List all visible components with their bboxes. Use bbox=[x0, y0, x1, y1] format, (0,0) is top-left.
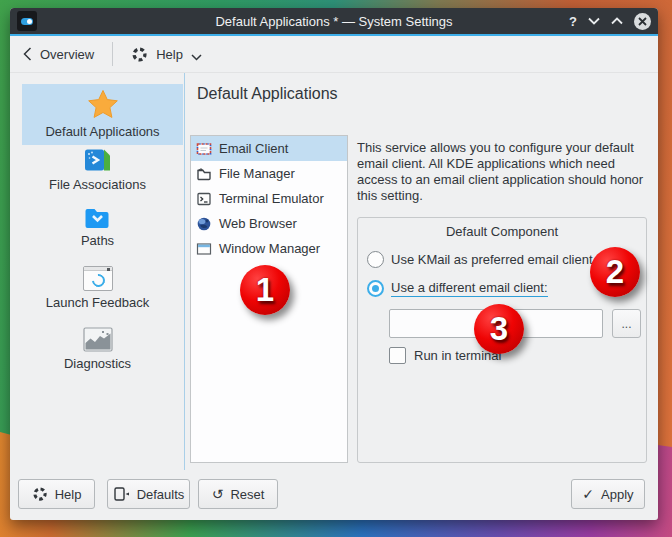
close-button[interactable] bbox=[634, 13, 651, 30]
minimize-button[interactable] bbox=[588, 17, 600, 25]
sidebar-item-label: File Associations bbox=[49, 177, 146, 192]
launch-feedback-icon bbox=[83, 266, 113, 291]
list-item-terminal-emulator[interactable]: Terminal Emulator bbox=[191, 186, 347, 211]
sidebar-item-label: Default Applications bbox=[45, 124, 159, 139]
overview-back-button[interactable]: Overview bbox=[23, 47, 94, 62]
help-button[interactable]: Help bbox=[18, 479, 95, 509]
annotation-badge-3: 3 bbox=[474, 304, 524, 354]
list-item-label: Email Client bbox=[219, 141, 288, 156]
list-item-email-client[interactable]: Email Client bbox=[191, 136, 347, 161]
toolbar-help-button[interactable]: Help bbox=[131, 46, 202, 63]
overview-label: Overview bbox=[40, 47, 94, 62]
help-label: Help bbox=[156, 47, 183, 62]
content-area: Default Applications File Associations bbox=[10, 73, 658, 470]
radio-kmail[interactable] bbox=[367, 251, 384, 268]
terminal-icon bbox=[196, 191, 212, 207]
system-settings-app-icon bbox=[17, 11, 37, 31]
file-associations-icon bbox=[84, 147, 111, 173]
help-button-label: Help bbox=[55, 487, 82, 502]
check-icon: ✓ bbox=[582, 487, 594, 501]
chevron-left-icon bbox=[23, 47, 32, 61]
email-icon bbox=[196, 141, 212, 157]
toolbar: Overview Help bbox=[10, 36, 658, 73]
sidebar-item-paths[interactable]: Paths bbox=[22, 206, 173, 248]
maximize-button[interactable] bbox=[611, 17, 623, 25]
titlebar-help-button[interactable]: ? bbox=[569, 15, 577, 28]
radio-row-different-client[interactable]: Use a different email client: bbox=[367, 280, 548, 297]
page-title: Default Applications bbox=[197, 85, 338, 103]
sidebar-item-default-applications[interactable]: Default Applications bbox=[22, 84, 183, 145]
defaults-button-label: Defaults bbox=[137, 487, 185, 502]
list-item-label: File Manager bbox=[219, 166, 295, 181]
list-item-label: Web Browser bbox=[219, 216, 297, 231]
window-icon bbox=[196, 241, 212, 257]
apply-button[interactable]: ✓ Apply bbox=[571, 479, 645, 509]
window-title: Default Applications * — System Settings bbox=[10, 14, 658, 29]
radio-row-kmail[interactable]: Use KMail as preferred email client bbox=[367, 251, 593, 268]
category-sidebar: Default Applications File Associations bbox=[10, 73, 185, 470]
radio-kmail-label[interactable]: Use KMail as preferred email client bbox=[391, 252, 593, 267]
list-item-file-manager[interactable]: File Manager bbox=[191, 161, 347, 186]
globe-icon bbox=[196, 216, 212, 232]
list-item-label: Terminal Emulator bbox=[219, 191, 324, 206]
reset-button-label: Reset bbox=[230, 487, 264, 502]
sidebar-item-label: Paths bbox=[81, 233, 114, 248]
groupbox-title: Default Component bbox=[358, 224, 646, 239]
radio-different-client-label[interactable]: Use a different email client: bbox=[391, 280, 548, 297]
browse-button[interactable]: ... bbox=[612, 309, 641, 338]
sidebar-item-label: Launch Feedback bbox=[46, 295, 149, 310]
sidebar-item-diagnostics[interactable]: Diagnostics bbox=[22, 327, 173, 371]
sidebar-item-label: Diagnostics bbox=[64, 356, 131, 371]
folder-icon bbox=[84, 206, 111, 229]
apply-button-label: Apply bbox=[601, 487, 634, 502]
reset-button[interactable]: ↺ Reset bbox=[198, 479, 278, 509]
annotation-badge-1: 1 bbox=[240, 265, 290, 315]
sidebar-item-file-associations[interactable]: File Associations bbox=[22, 147, 173, 192]
list-item-web-browser[interactable]: Web Browser bbox=[191, 211, 347, 236]
defaults-icon bbox=[113, 486, 130, 502]
help-icon bbox=[32, 486, 48, 502]
titlebar[interactable]: Default Applications * — System Settings… bbox=[10, 8, 658, 34]
run-in-terminal-checkbox[interactable] bbox=[389, 347, 406, 364]
radio-different-client[interactable] bbox=[367, 280, 384, 297]
folder-outline-icon bbox=[196, 166, 212, 182]
defaults-button[interactable]: Defaults bbox=[107, 479, 190, 509]
diagnostics-icon bbox=[83, 327, 113, 352]
list-item-label: Window Manager bbox=[219, 241, 320, 256]
reset-icon: ↺ bbox=[212, 487, 224, 501]
help-icon bbox=[131, 46, 148, 63]
service-description: This service allows you to configure you… bbox=[357, 140, 655, 204]
chevron-down-icon bbox=[191, 54, 202, 61]
star-icon bbox=[87, 88, 119, 120]
toolbar-separator bbox=[112, 42, 113, 66]
list-item-window-manager[interactable]: Window Manager bbox=[191, 236, 347, 261]
annotation-badge-2: 2 bbox=[590, 247, 640, 297]
system-settings-window: Default Applications * — System Settings… bbox=[10, 8, 658, 520]
sidebar-item-launch-feedback[interactable]: Launch Feedback bbox=[22, 266, 173, 310]
button-bar: Help Defaults ↺ Reset ✓ Apply bbox=[10, 470, 658, 520]
